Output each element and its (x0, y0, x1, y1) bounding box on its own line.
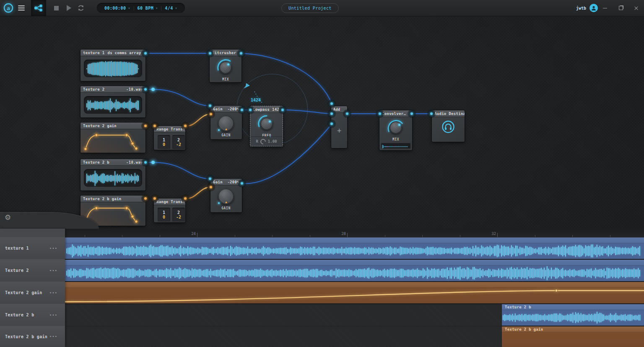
range-output-values[interactable]: 2-2 (172, 135, 185, 149)
menu-hamburger-icon[interactable] (16, 0, 27, 16)
track-row-texture2b[interactable]: Texture 2 b ••• (0, 304, 65, 326)
node-gain-1[interactable]: Gain-200% ▲ GAIN (210, 106, 242, 139)
project-title[interactable]: Untitled Project (281, 3, 339, 13)
time-display[interactable]: 00:00:00 ▾ (101, 6, 134, 10)
play-button[interactable] (64, 0, 74, 16)
ruler-tick (197, 233, 197, 237)
control-port[interactable] (152, 196, 158, 201)
track-menu-icon[interactable]: ••• (49, 291, 57, 295)
node-bitcrusher[interactable]: Bitcrusher50% MIX (210, 50, 242, 82)
audio-port[interactable] (409, 111, 415, 117)
node-texture2b[interactable]: Texture 2 b-18.wav (80, 159, 145, 190)
audio-port[interactable] (143, 86, 148, 92)
track-row-texture2b-gain[interactable]: Texture 2 b gain ••• (0, 326, 65, 347)
control-port[interactable] (182, 196, 188, 201)
freq-knob[interactable] (257, 115, 276, 133)
clip-header (65, 260, 644, 266)
node-texture2[interactable]: Texture 2-18.wav (80, 86, 145, 117)
track-menu-icon[interactable]: ••• (49, 313, 57, 317)
node-texture1[interactable]: texture 1ds comms array ambie… (80, 50, 145, 81)
knob-marker: ▲ (225, 127, 227, 131)
gain-knob[interactable]: ▲ (217, 187, 235, 206)
audio-port[interactable] (329, 121, 335, 127)
audio-port[interactable] (377, 111, 383, 117)
node-view-button[interactable] (31, 0, 46, 16)
lane-texture2b[interactable]: Texture 2 b (65, 304, 644, 326)
audio-port[interactable] (239, 107, 245, 113)
node-texture2-gain[interactable]: Texture 2 gain (80, 123, 145, 153)
control-port[interactable] (208, 111, 214, 117)
control-port[interactable] (143, 196, 148, 201)
node-graph-canvas[interactable]: texture 1ds comms array ambie… Bitcrushe… (0, 16, 644, 229)
lane-texture2b-gain[interactable]: Texture 2 b gain (65, 326, 644, 347)
mix-knob[interactable] (387, 118, 405, 137)
clip-texture1[interactable] (65, 237, 644, 259)
app-logo-icon[interactable]: a (3, 0, 14, 16)
audio-port[interactable] (207, 50, 213, 56)
node-range-transform-1[interactable]: Range Transfo… 10 2-2 (154, 126, 185, 150)
wire[interactable] (145, 89, 210, 106)
control-port[interactable] (208, 184, 214, 190)
stop-button[interactable] (51, 0, 61, 16)
range-output-values[interactable]: 2-2 (172, 208, 185, 222)
lane-texture2[interactable] (65, 259, 644, 282)
audio-port[interactable] (238, 50, 244, 56)
lowpass-value-float: 1424 (251, 98, 261, 102)
gear-icon[interactable]: ⚙ (5, 213, 11, 222)
audio-port[interactable] (207, 103, 213, 109)
track-name: Texture 2 gain (5, 290, 42, 295)
avatar[interactable] (589, 4, 598, 12)
wire-handle[interactable] (151, 161, 155, 164)
wire-handle[interactable] (151, 88, 155, 91)
window-maximize-button[interactable] (615, 0, 627, 16)
clip-texture2b[interactable]: Texture 2 b (502, 304, 644, 326)
window-minimize-button[interactable] (599, 0, 611, 16)
control-port[interactable] (143, 123, 148, 129)
track-row-texture2-gain[interactable]: Texture 2 gain ••• (0, 282, 65, 304)
lane-texture2-gain[interactable] (65, 282, 644, 304)
track-row-texture2[interactable]: Texture 2 ••• (0, 259, 65, 282)
gain-knob[interactable]: ▲ (217, 114, 235, 133)
bpm-selector[interactable]: 60 BPM ▾ (134, 6, 161, 10)
node-audio-destination[interactable]: Audio Destina… (432, 110, 465, 142)
clip-texture2b-gain[interactable]: Texture 2 b gain (502, 326, 644, 347)
range-input-values[interactable]: 10 (158, 135, 170, 149)
clip-texture2[interactable] (65, 260, 644, 281)
control-port[interactable] (182, 123, 188, 129)
audio-port[interactable] (239, 180, 245, 186)
control-wire[interactable] (185, 187, 211, 198)
track-menu-icon[interactable]: ••• (49, 269, 57, 273)
node-header: Texture 2 b-18.wav (80, 159, 145, 166)
audio-port[interactable] (344, 111, 350, 117)
track-menu-icon[interactable]: ••• (49, 246, 57, 250)
resonance-control[interactable]: R 1.00 (250, 136, 283, 146)
audio-port[interactable] (280, 107, 286, 113)
control-wire[interactable] (185, 114, 211, 126)
audio-port[interactable] (428, 111, 434, 117)
mix-knob[interactable] (216, 58, 235, 77)
node-lowpass[interactable]: Lowpass1424 FREQ R 1.00 (250, 106, 283, 146)
audio-port[interactable] (329, 111, 335, 117)
audio-port[interactable] (247, 107, 253, 113)
clip-texture2-gain[interactable] (65, 282, 644, 303)
range-input-values[interactable]: 10 (158, 208, 170, 222)
track-row-texture1[interactable]: texture 1 ••• (0, 237, 65, 260)
node-convolver[interactable]: Convolver…64% MIX (379, 110, 412, 150)
control-port[interactable] (152, 123, 158, 129)
time-signature-selector[interactable]: 4/4 ▾ (161, 6, 180, 10)
track-menu-icon[interactable]: ••• (49, 334, 57, 339)
audio-port[interactable] (143, 50, 148, 56)
node-gain-2[interactable]: Gain-200% ▲ GAIN (210, 179, 242, 212)
lane-texture1[interactable] (65, 237, 644, 260)
maximize-icon (619, 6, 623, 10)
minimize-icon (603, 8, 607, 8)
audio-port[interactable] (329, 101, 335, 107)
window-close-button[interactable] (630, 0, 642, 16)
audio-port[interactable] (207, 176, 213, 182)
loop-button[interactable] (75, 0, 86, 16)
audio-port[interactable] (143, 159, 148, 165)
timeline-ruler[interactable]: 242832 (65, 229, 644, 237)
node-range-transform-2[interactable]: Range Transfo… 10 2-2 (154, 198, 185, 222)
timeline-panel: ⚙ 242832 (0, 229, 644, 347)
wire[interactable] (145, 162, 210, 179)
